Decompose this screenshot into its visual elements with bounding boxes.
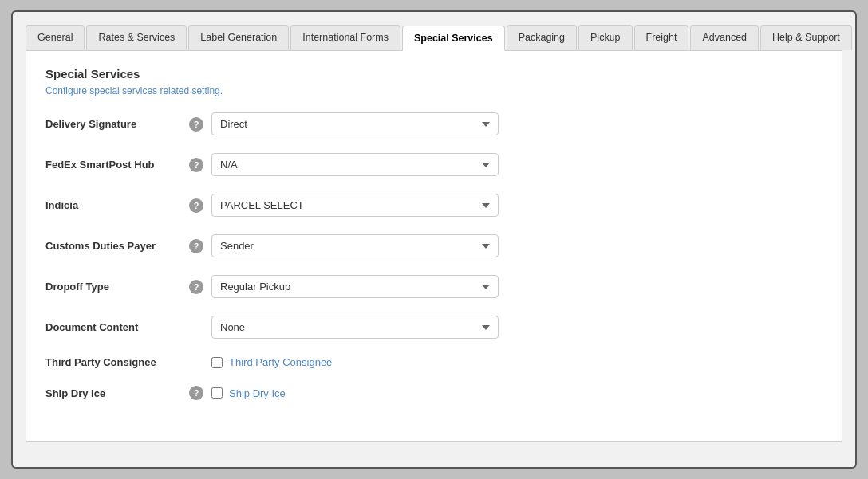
ship-dry-ice-row: Ship Dry Ice ? Ship Dry Ice <box>45 386 823 400</box>
third-party-label: Third Party Consignee <box>45 356 189 368</box>
indicia-control: PARCEL SELECT PRESORTED STANDARD MEDIA M… <box>211 194 499 217</box>
indicia-label: Indicia <box>45 199 189 211</box>
delivery-signature-label: Delivery Signature <box>45 118 189 130</box>
document-content-label: Document Content <box>45 321 189 333</box>
ship-dry-ice-checkbox[interactable] <box>211 387 223 399</box>
delivery-signature-control: Direct Indirect Adult No Signature Requi… <box>211 112 499 135</box>
dropoff-type-row: Dropoff Type ? Regular Pickup Request Co… <box>45 275 823 298</box>
ship-dry-ice-label: Ship Dry Ice <box>45 387 189 399</box>
delivery-signature-select[interactable]: Direct Indirect Adult No Signature Requi… <box>211 112 499 135</box>
tab-freight[interactable]: Freight <box>634 25 689 50</box>
tab-general[interactable]: General <box>26 25 85 50</box>
delivery-signature-row: Delivery Signature ? Direct Indirect Adu… <box>45 112 823 135</box>
main-window: General Rates & Services Label Generatio… <box>11 10 857 469</box>
document-content-row: Document Content None Non-Documents Docu… <box>45 316 823 339</box>
customs-duties-select[interactable]: Sender Recipient Third Party <box>211 234 499 257</box>
customs-duties-label: Customs Duties Payer <box>45 240 189 252</box>
delivery-signature-help-icon[interactable]: ? <box>189 117 203 132</box>
section-title: Special Services <box>45 67 823 80</box>
content-area: Special Services Configure special servi… <box>26 51 842 442</box>
dropoff-type-control: Regular Pickup Request Courier Drop Box … <box>211 275 499 298</box>
tab-packaging[interactable]: Packaging <box>507 25 577 50</box>
dropoff-type-label: Dropoff Type <box>45 281 189 293</box>
ship-dry-ice-checkbox-row: Ship Dry Ice <box>211 387 286 399</box>
indicia-row: Indicia ? PARCEL SELECT PRESORTED STANDA… <box>45 194 823 217</box>
tab-bar: General Rates & Services Label Generatio… <box>26 25 842 51</box>
tab-pickup[interactable]: Pickup <box>578 25 633 50</box>
tab-help-support[interactable]: Help & Support <box>760 25 852 50</box>
section-description: Configure special services related setti… <box>45 85 823 96</box>
fedex-smartpost-row: FedEx SmartPost Hub ? N/A <box>45 153 823 176</box>
document-content-select[interactable]: None Non-Documents Documents Only <box>211 316 499 339</box>
third-party-checkbox[interactable] <box>211 357 223 368</box>
fedex-smartpost-control: N/A <box>211 153 499 176</box>
indicia-select[interactable]: PARCEL SELECT PRESORTED STANDARD MEDIA M… <box>211 194 499 217</box>
document-content-control: None Non-Documents Documents Only <box>211 316 499 339</box>
ship-dry-ice-help-icon[interactable]: ? <box>189 386 203 400</box>
fedex-smartpost-label: FedEx SmartPost Hub <box>45 159 189 171</box>
third-party-checkbox-label[interactable]: Third Party Consignee <box>229 356 332 368</box>
fedex-smartpost-help-icon[interactable]: ? <box>189 158 203 172</box>
fedex-smartpost-select[interactable]: N/A <box>211 153 499 176</box>
tab-label-generation[interactable]: Label Generation <box>188 25 289 50</box>
dropoff-type-select[interactable]: Regular Pickup Request Courier Drop Box … <box>211 275 499 298</box>
tab-international-forms[interactable]: International Forms <box>290 25 400 50</box>
third-party-row: Third Party Consignee Third Party Consig… <box>45 356 823 368</box>
customs-duties-help-icon[interactable]: ? <box>189 239 203 253</box>
customs-duties-row: Customs Duties Payer ? Sender Recipient … <box>45 234 823 257</box>
customs-duties-control: Sender Recipient Third Party <box>211 234 499 257</box>
indicia-help-icon[interactable]: ? <box>189 198 203 213</box>
dropoff-type-help-icon[interactable]: ? <box>189 280 203 294</box>
tab-special-services[interactable]: Special Services <box>402 26 505 51</box>
third-party-checkbox-row: Third Party Consignee <box>211 356 332 368</box>
tab-rates-services[interactable]: Rates & Services <box>86 25 187 50</box>
ship-dry-ice-checkbox-label[interactable]: Ship Dry Ice <box>229 387 286 399</box>
tab-advanced[interactable]: Advanced <box>690 25 759 50</box>
